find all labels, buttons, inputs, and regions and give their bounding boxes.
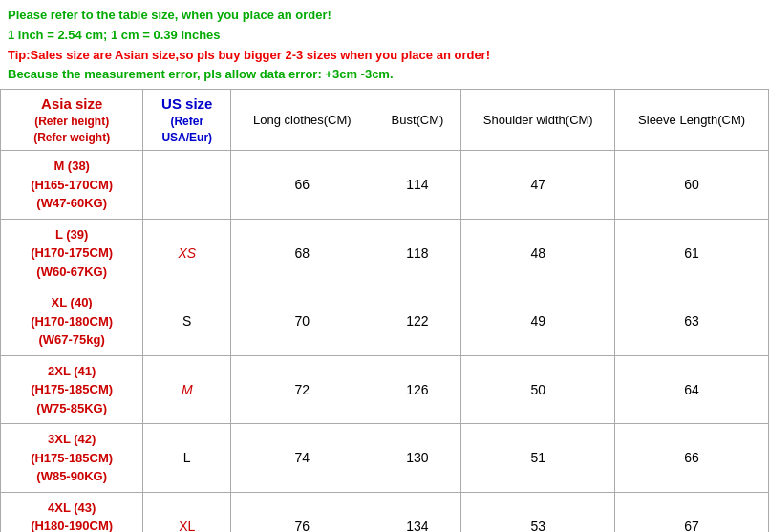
shoulder-value: 50 [461, 355, 615, 424]
bust-value: 126 [374, 355, 461, 424]
size-table: Asia size (Refer height) (Refer weight) … [0, 89, 769, 532]
header-shoulder: Shoulder width(CM) [461, 90, 615, 151]
header-bust: Bust(CM) [374, 90, 461, 151]
us-size-cell: XS [143, 219, 231, 287]
us-size-cell: L [143, 424, 231, 493]
long-value: 70 [231, 287, 374, 356]
long-value: 76 [231, 492, 374, 532]
header-asia: Asia size (Refer height) (Refer weight) [1, 90, 143, 151]
note-2: 1 inch = 2.54 cm; 1 cm = 0.39 inches [8, 26, 761, 46]
long-value: 74 [231, 424, 374, 493]
header-sleeve: Sleeve Length(CM) [615, 90, 769, 151]
bust-value: 114 [374, 151, 461, 220]
asia-size-cell: 2XL (41)(H175-185CM)(W75-85KG) [1, 355, 143, 424]
sleeve-value: 66 [615, 424, 769, 493]
sleeve-value: 63 [615, 287, 769, 356]
bust-value: 134 [374, 492, 461, 532]
us-size-cell: S [143, 287, 231, 356]
asia-size-cell: M (38)(H165-170CM)(W47-60KG) [1, 151, 143, 220]
shoulder-value: 51 [461, 424, 615, 493]
long-value: 68 [231, 219, 374, 287]
header-notes: Please refer to the table size, when you… [0, 0, 769, 89]
us-size-cell [143, 151, 231, 220]
bust-value: 130 [374, 424, 461, 493]
sleeve-value: 64 [615, 355, 769, 424]
us-size-cell: M [143, 355, 231, 424]
header-us: US size (Refer USA/Eur) [143, 90, 231, 151]
asia-size-cell: L (39)(H170-175CM)(W60-67KG) [1, 219, 143, 287]
shoulder-value: 48 [461, 219, 615, 287]
us-size-cell: XL [143, 492, 231, 532]
sleeve-value: 61 [615, 219, 769, 287]
shoulder-value: 53 [461, 492, 615, 532]
note-1: Please refer to the table size, when you… [8, 6, 761, 26]
note-4: Because the measurement error, pls allow… [8, 65, 761, 85]
sleeve-value: 60 [615, 151, 769, 220]
long-value: 72 [231, 355, 374, 424]
asia-size-cell: 4XL (43)(H180-190CM)(W90-100KG) [1, 492, 143, 532]
shoulder-value: 47 [461, 151, 615, 220]
shoulder-value: 49 [461, 287, 615, 356]
note-3: Tip:Sales size are Asian size,so pls buy… [8, 46, 761, 66]
header-long: Long clothes(CM) [231, 90, 374, 151]
sleeve-value: 67 [615, 492, 769, 532]
bust-value: 122 [374, 287, 461, 356]
asia-size-cell: XL (40)(H170-180CM)(W67-75kg) [1, 287, 143, 356]
bust-value: 118 [374, 219, 461, 287]
long-value: 66 [231, 151, 374, 220]
asia-size-cell: 3XL (42)(H175-185CM)(W85-90KG) [1, 424, 143, 493]
